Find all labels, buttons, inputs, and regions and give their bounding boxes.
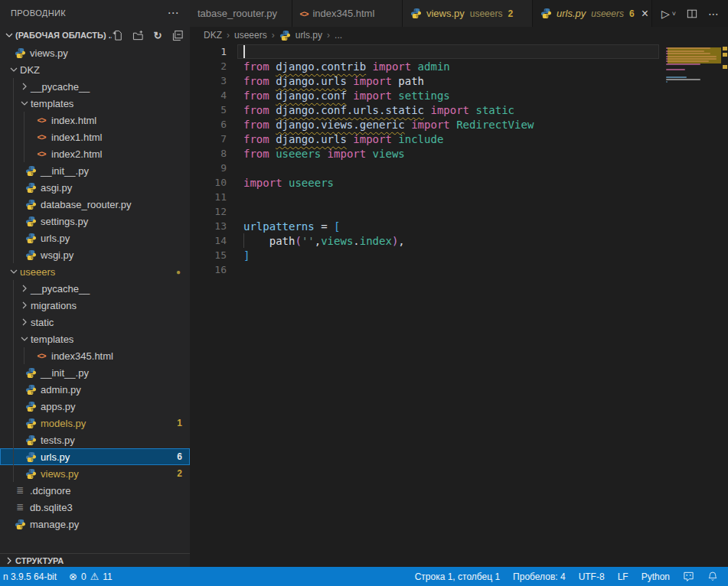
tree-item-label: manage.py	[30, 519, 79, 530]
breadcrumb-item[interactable]: DKZ	[204, 30, 222, 41]
tree-item-label: templates	[31, 334, 73, 345]
tree-item-index1-html[interactable]: <>index1.html	[0, 129, 190, 145]
tree-item-urls-py[interactable]: urls.py	[0, 230, 190, 246]
tree-item--init-py[interactable]: __init__.py	[0, 162, 190, 179]
tree-item-manage-py[interactable]: manage.py	[0, 516, 190, 532]
new-folder-icon[interactable]	[132, 29, 144, 41]
tree-item-index345-html[interactable]: <>index345.html	[0, 347, 190, 364]
tree-item-label: index1.html	[51, 132, 102, 143]
tree-item-settings-py[interactable]: settings.py	[0, 213, 190, 230]
tab-problems-badge: 6	[629, 8, 635, 19]
bell-icon[interactable]	[707, 571, 718, 582]
problems-status[interactable]: ⊗ 0 ⚠ 11	[69, 571, 113, 582]
cursor-position-status[interactable]: Строка 1, столбец 1	[415, 571, 500, 582]
tree-item-admin-py[interactable]: admin.py	[0, 381, 190, 398]
feedback-icon[interactable]	[683, 571, 694, 582]
tree-item-index-html[interactable]: <>index.html	[0, 112, 190, 129]
tree-item-index2-html[interactable]: <>index2.html	[0, 145, 190, 162]
tree-item--dcignore[interactable]: ≣.dcignore	[0, 482, 190, 499]
code-line-15[interactable]: 15]	[190, 248, 728, 262]
code-line-14[interactable]: 14 path('',views.index),	[190, 233, 728, 248]
overview-ruler[interactable]	[721, 44, 728, 567]
code-line-10[interactable]: 10import useeers	[190, 175, 728, 190]
code-line-3[interactable]: 3from django.urls import path	[190, 73, 728, 88]
tree-item--init-py[interactable]: __init__.py	[0, 364, 190, 381]
tab-views-py[interactable]: views.pyuseeers2	[403, 0, 533, 27]
code-line-9[interactable]: 9	[190, 161, 728, 175]
outline-section-header[interactable]: СТРУКТУРА	[0, 553, 190, 567]
code-line-8[interactable]: 8from useeers import views	[190, 146, 728, 161]
tab-index345-html[interactable]: <>index345.html	[292, 0, 403, 27]
breadcrumb-item[interactable]: ...	[335, 30, 342, 41]
line-number: 13	[190, 220, 227, 232]
minimap[interactable]	[666, 45, 721, 86]
line-number: 10	[190, 177, 227, 188]
tree-item-asgi-py[interactable]: asgi.py	[0, 179, 190, 196]
tab-bar: tabase_roouter.py<>index345.htmlviews.py…	[190, 0, 728, 27]
split-editor-icon[interactable]	[687, 8, 697, 19]
tree-item-dkz[interactable]: DKZ	[0, 61, 190, 78]
tree-item-label: asgi.py	[41, 182, 72, 194]
code-line-11[interactable]: 11	[190, 190, 728, 204]
tab-urls-py[interactable]: urls.pyuseeers6×	[533, 0, 652, 27]
chevron-right-icon	[18, 316, 31, 328]
panel-more-icon[interactable]: ⋯	[168, 6, 179, 20]
collapse-all-icon[interactable]	[171, 29, 184, 41]
tree-item-models-py[interactable]: models.py1	[0, 415, 190, 431]
tree-item-label: migrations	[31, 300, 77, 311]
breadcrumb-item[interactable]: urls.py	[295, 30, 322, 41]
workspace-section-header[interactable]: (РАБОЧАЯ ОБЛАСТЬ) ... ↻	[0, 26, 190, 44]
explorer-panel-header: ПРОВОДНИК ⋯	[0, 0, 190, 26]
encoding-status[interactable]: UTF-8	[579, 571, 605, 582]
tree-item-useeers[interactable]: useeers●	[0, 263, 190, 280]
breadcrumb-separator-icon: ›	[227, 30, 230, 41]
more-actions-icon[interactable]: ⋯	[708, 8, 719, 20]
close-icon[interactable]: ×	[641, 8, 648, 20]
python-file-icon	[14, 518, 26, 530]
new-file-icon[interactable]	[112, 29, 124, 41]
code-line-1[interactable]: 1	[190, 44, 728, 59]
file-tree: views.pyDKZ__pycache__templates<>index.h…	[0, 44, 190, 553]
warning-icon: ⚠	[90, 571, 100, 582]
tree-item-views-py[interactable]: views.py2	[0, 465, 190, 482]
tree-item--pycache-[interactable]: __pycache__	[0, 280, 190, 297]
tree-item-db-sqlite3[interactable]: ≣db.sqlite3	[0, 499, 190, 516]
tree-item-urls-py[interactable]: urls.py6	[0, 448, 190, 465]
html-file-icon: <>	[35, 350, 47, 362]
html-file-icon: <>	[35, 114, 47, 126]
line-number: 9	[190, 162, 227, 174]
code-line-12[interactable]: 12	[190, 204, 728, 219]
tab-tabase-roouter-py[interactable]: tabase_roouter.py	[190, 0, 292, 27]
tree-item-wsgi-py[interactable]: wsgi.py	[0, 246, 190, 263]
tree-item-database-roouter-py[interactable]: database_roouter.py	[0, 196, 190, 213]
code-line-13[interactable]: 13urlpatterns = [	[190, 219, 728, 233]
code-line-4[interactable]: 4from django.conf import settings	[190, 88, 728, 103]
code-editor[interactable]: 12from django.contrib import admin3from …	[190, 44, 728, 567]
python-interpreter-status[interactable]: n 3.9.5 64-bit	[3, 571, 57, 582]
tree-item-static[interactable]: static	[0, 314, 190, 330]
tree-item-label: tests.py	[41, 435, 75, 446]
tree-item-templates[interactable]: templates	[0, 330, 190, 347]
breadcrumb-item[interactable]: useeers	[234, 30, 267, 41]
code-line-6[interactable]: 6from django.views.generic import Redire…	[190, 117, 728, 132]
line-number: 6	[190, 119, 227, 130]
python-file-icon	[24, 164, 37, 177]
line-number: 14	[190, 235, 227, 246]
code-line-16[interactable]: 16	[190, 262, 728, 277]
language-mode-status[interactable]: Python	[641, 571, 670, 582]
run-button[interactable]: ▷˅	[661, 8, 676, 20]
code-line-2[interactable]: 2from django.contrib import admin	[190, 59, 728, 73]
tree-item--pycache-[interactable]: __pycache__	[0, 78, 190, 95]
code-line-7[interactable]: 7from django.urls import include	[190, 132, 728, 146]
tree-item-migrations[interactable]: migrations	[0, 297, 190, 314]
tree-item-views-py[interactable]: views.py	[0, 44, 190, 61]
current-line-highlight	[237, 44, 659, 59]
tree-item-tests-py[interactable]: tests.py	[0, 431, 190, 448]
code-line-5[interactable]: 5from django.conf.urls.static import sta…	[190, 103, 728, 117]
eol-status[interactable]: LF	[618, 571, 628, 582]
breadcrumb[interactable]: DKZ›useeers›urls.py›...	[190, 27, 728, 44]
tree-item-apps-py[interactable]: apps.py	[0, 398, 190, 415]
refresh-icon[interactable]: ↻	[152, 29, 164, 41]
tree-item-templates[interactable]: templates	[0, 95, 190, 112]
indentation-status[interactable]: Пробелов: 4	[513, 571, 566, 582]
